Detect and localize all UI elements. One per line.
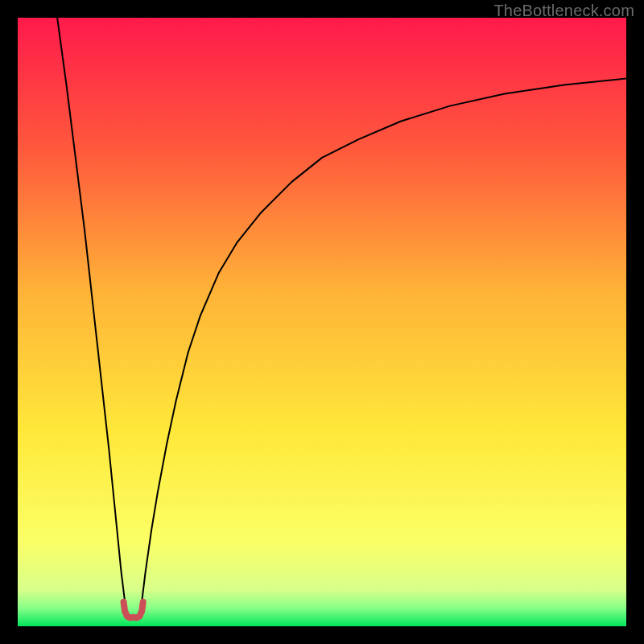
chart-background xyxy=(18,18,626,626)
bottleneck-chart xyxy=(18,18,626,626)
chart-frame: TheBottleneck.com xyxy=(0,0,644,644)
